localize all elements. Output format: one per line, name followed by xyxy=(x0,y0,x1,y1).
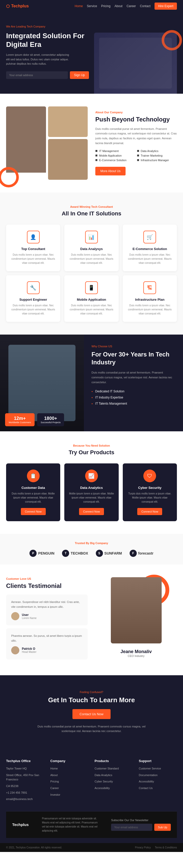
footer-company-item-2[interactable]: Pricing xyxy=(50,779,88,784)
footer-col-company: Company Home About Pricing Career Invest… xyxy=(50,759,88,804)
hero-section: We Are Leading Tech Company Integrated S… xyxy=(0,12,183,94)
trusted-label: Trusted By Big Company xyxy=(6,541,177,545)
footer-support-item-1[interactable]: Documentation xyxy=(139,773,177,778)
footer-description: Praesumarum vel tat enin tulsaspa advers… xyxy=(42,816,98,833)
footer-col-title-2: Products xyxy=(95,759,133,763)
footer-newsletter: Sub Up xyxy=(111,824,171,831)
service-card-2: 🛒 E-Commerce Solution Duis mollis lorem … xyxy=(123,224,177,271)
footer-company-item-1[interactable]: About xyxy=(50,773,88,778)
about-img-sm-1 xyxy=(48,106,88,137)
about-img-sm-2 xyxy=(48,139,88,180)
footer-support-item-0[interactable]: Customer Service xyxy=(139,766,177,771)
why-stats: 12m+ Worldwide Customers 1800+ Successfu… xyxy=(5,413,64,426)
products-title: Try Our Products xyxy=(6,449,177,456)
product-name-2: Cyber Security xyxy=(127,486,173,490)
customer-data-icon: 📋 xyxy=(27,469,40,482)
footer-privacy-link[interactable]: Privacy Policy xyxy=(135,846,151,849)
techbox-icon: T xyxy=(62,550,69,557)
cta-contact-button[interactable]: Contact Us Now xyxy=(72,709,111,719)
trusted-logo-2: S SUNFARM xyxy=(96,550,122,557)
testimonial-featured-name: Jeane Monaliv xyxy=(95,649,177,654)
product-btn-0[interactable]: Connect Now xyxy=(21,508,46,515)
product-card-2: 🛡 Cyber Security Turpis duis mollis lore… xyxy=(123,463,177,521)
about-feature-0: IT Management xyxy=(95,150,136,153)
footer-col-support: Support Customer Service Documentation A… xyxy=(139,759,177,804)
footer-support-item-3[interactable]: Contact Us xyxy=(139,786,177,790)
hero-signup-button[interactable]: Sign Up xyxy=(70,71,89,79)
hero-email-input[interactable] xyxy=(6,71,68,79)
about-feature-1: Data Analytics xyxy=(137,150,177,153)
products-grid: 📋 Customer Data Duis mollis lorem a ipsu… xyxy=(6,463,177,521)
testimonial-author-info-1: Patrick O Head Master xyxy=(22,647,36,653)
footer-product-item-0[interactable]: Customer Standard xyxy=(95,766,133,771)
nav-item-service[interactable]: Service xyxy=(87,4,97,8)
products-label: Because You Need Solution xyxy=(6,444,177,447)
stat-num-0: 12m+ xyxy=(9,416,31,421)
nav-item-career[interactable]: Career xyxy=(126,4,136,8)
footer-terms-link[interactable]: Terms & Conditions xyxy=(155,846,177,849)
footer-product-item-1[interactable]: Data Analytics xyxy=(95,773,133,778)
footer-col-title-3: Support xyxy=(139,759,177,763)
service-card-1: 📊 Data Analysys Duis mollis lorem a ipsu… xyxy=(64,224,118,271)
footer-company-item-0[interactable]: Home xyxy=(50,766,88,771)
hire-button[interactable]: Hire Expert xyxy=(154,3,177,10)
service-desc-4: Duis mollis lorem a ipsum vitae. Nec con… xyxy=(68,304,114,316)
hero-image-area xyxy=(94,22,177,94)
testimonial-author-0: User Lorem Name xyxy=(11,612,83,620)
nav-item-contact[interactable]: Contact xyxy=(140,4,150,8)
testimonial-author-role-0: Lorem Name xyxy=(22,617,37,619)
about-feature-4: E-Commerce Solution xyxy=(95,159,136,162)
footer-email-input[interactable] xyxy=(111,824,152,831)
service-name-2: E-Commerce Solution xyxy=(127,247,173,251)
penguin-icon: P xyxy=(30,550,37,557)
nav-item-home[interactable]: Home xyxy=(75,4,83,8)
services-title: All In One IT Solutions xyxy=(6,210,177,217)
service-desc-5: Duis mollis lorem a ipsum vitae. Nec con… xyxy=(127,304,173,316)
cta-section: Feeling Confused? Get In Touch To Learn … xyxy=(0,675,183,749)
testimonial-avatar-1 xyxy=(11,646,19,654)
service-desc-0: Duis mollis lorem a ipsum vitae. Nec con… xyxy=(10,253,56,265)
testimonial-featured-role: CEO Industry xyxy=(95,654,177,657)
trusted-logo-0: P PENGUIN xyxy=(30,550,54,557)
why-feature-0: Dedicated IT Solution xyxy=(92,390,175,393)
footer-product-item-2[interactable]: Cyber Security xyxy=(95,779,133,784)
why-feature-1: IT Industry Expertise xyxy=(92,396,175,399)
testimonial-avatar-0 xyxy=(11,612,19,620)
footer-subscribe-button[interactable]: Sub Up xyxy=(154,824,171,831)
cta-title: Get In Touch To Learn More xyxy=(6,696,177,704)
footer-product-item-3[interactable]: Accessibility xyxy=(95,786,133,790)
service-name-0: Top Consultant xyxy=(10,247,56,251)
footer-company-item-4[interactable]: Investor xyxy=(50,793,88,797)
product-btn-1[interactable]: Connect Now xyxy=(79,508,104,515)
footer-policy-links: Privacy Policy Terms & Conditions xyxy=(135,846,177,849)
product-card-0: 📋 Customer Data Duis mollis lorem a ipsu… xyxy=(6,463,60,521)
footer-company-item-3[interactable]: Career xyxy=(50,786,88,790)
footer-office-item-0: Taylor Tower HQ xyxy=(6,766,44,771)
about-btn[interactable]: More About Us xyxy=(95,167,125,176)
nav-item-about[interactable]: About xyxy=(115,4,122,8)
why-right-panel: Why Choose US For Over 30+ Years In Tech… xyxy=(84,335,183,431)
about-label: About Our Company xyxy=(95,111,177,114)
footer-grid: Techplus Office Taylor Tower HQ Street O… xyxy=(6,759,177,804)
nav-item-pricing[interactable]: Pricing xyxy=(101,4,111,8)
navbar-logo[interactable]: ⬡ Techplus xyxy=(6,4,29,9)
testimonial-author-1: Patrick O Head Master xyxy=(11,646,83,654)
about-description: Duis mollis consediat purse sit amet fer… xyxy=(95,127,177,146)
footer-col-title-1: Company xyxy=(50,759,88,763)
logo-icon: ⬡ xyxy=(6,4,10,9)
testimonials-label: Customer Love US xyxy=(6,577,88,580)
why-section: 12m+ Worldwide Customers 1800+ Successfu… xyxy=(0,335,183,431)
hero-tag: We Are Leading Tech Company xyxy=(6,25,89,28)
product-name-1: Data Analytics xyxy=(68,486,114,490)
footer-office-item-4: email@business.tech xyxy=(6,797,44,802)
footer-logo: Techplus xyxy=(12,823,29,827)
mobile-app-icon: 📱 xyxy=(85,281,98,294)
footer-support-item-2[interactable]: Accessibility xyxy=(139,779,177,784)
product-btn-2[interactable]: Connect Now xyxy=(137,508,162,515)
product-desc-0: Duis mollis lorem a ipsum vitae. Mollie … xyxy=(10,492,56,504)
stat-num-1: 1800+ xyxy=(41,416,61,421)
why-title: For Over 30+ Years In Tech Industry xyxy=(92,350,175,366)
data-analytics-icon: 📈 xyxy=(85,469,98,482)
about-img-2 xyxy=(48,106,88,137)
cyber-security-icon: 🛡 xyxy=(143,469,156,482)
